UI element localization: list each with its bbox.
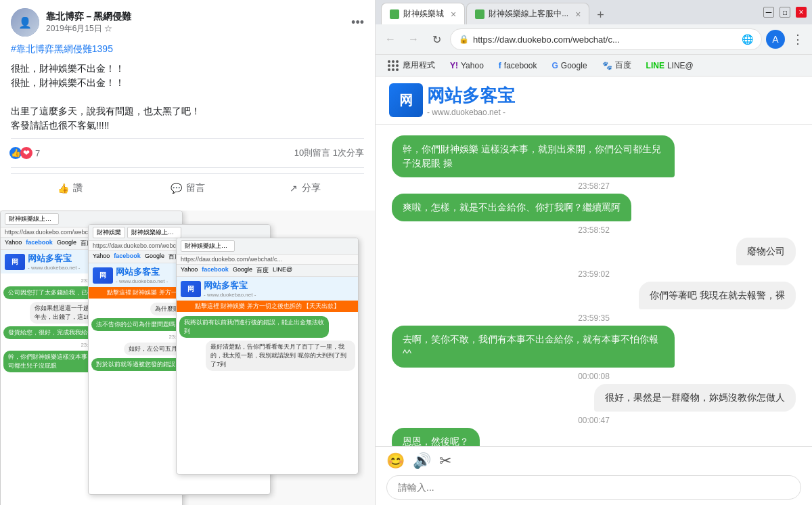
fb-action-buttons: 👍 讚 💬 留言 ↗ 分享 [11,173,364,202]
scissor-button[interactable]: ✂ [439,452,451,470]
message-row: 恩恩，然後呢？ [392,428,796,446]
like-btn-label: 讚 [73,182,83,194]
nested-browser-3: 財神娛樂線上客服中 https://daw.duokebo.com/webcha… [176,238,359,475]
message-bubble: 恩恩，然後呢？ [392,428,480,446]
tab-active[interactable]: 財神娛樂城 × [381,3,465,24]
message-bubble: 廢物公司 [736,238,796,265]
nb2-tab: 財神娛樂 [93,227,125,238]
reload-button[interactable]: ↻ [427,30,446,49]
tab-favicon-2 [475,9,484,19]
message-time: 00:00:47 [392,416,796,425]
bookmark-apps[interactable]: 應用程式 [381,58,441,74]
message-bubble: 很好，果然是一群廢物，妳媽沒教你怎做人 [594,384,796,412]
love-icon: ❤ [20,147,32,159]
fb-post: 👤 靠北博弈－黑網侵難 2019年6月15日 ☆ ••• #靠北博弈黑網侵難13… [0,0,375,211]
nb3-tab: 財神娛樂線上客服中 [181,240,235,252]
browser-tabs-bar: 財神娛樂城 × 財神娛樂線上客服中... × + [381,0,610,24]
share-button[interactable]: ↗ 分享 [246,177,364,200]
nb1-logo-icon: 网 [5,254,25,270]
tab-inactive[interactable]: 財神娛樂線上客服中... × [466,3,589,24]
nb1-tab: 財神娛樂線上客服中 [5,213,59,225]
baidu-icon: 🐾 [602,61,612,70]
bookmark-facebook[interactable]: f facebook [493,60,543,72]
message-bubble: 去啊，笑你不敢，我們有本事不出金給你，就有本事不怕你報^^ [392,326,675,368]
bookmark-yahoo[interactable]: Y! Yahoo [445,60,489,72]
fb-date: 2019年6月15日 ☆ [46,23,351,35]
reactions-count: 7 [35,148,40,158]
comments-count: 10則留言 1次分享 [294,147,364,159]
audio-button[interactable]: 🔊 [413,452,431,470]
address-url: https://daw.duokebo.com/webchat/c... [473,35,738,45]
fb-username: 靠北博弈－黑網侵難 [46,11,351,23]
nb3-site-name: 网站多客宝 - www.duokebao.net - [204,280,256,298]
message-bubble: 爽啦，怎樣，就是不出金給你、你打我啊？繼續罵阿 [392,194,631,221]
back-button[interactable]: ← [381,30,400,49]
message-row: 很好，果然是一群廢物，妳媽沒教你怎做人 [392,384,796,412]
avatar: 👤 [11,8,39,37]
tab-close-2[interactable]: × [575,9,581,20]
nb3-banner: 點擊這裡 財神娛樂 并方一切之後也拆的 【天天出款】 [177,301,358,312]
browser-menu-button[interactable]: ⋮ [789,29,807,49]
tab-close-1[interactable]: × [451,9,456,20]
message-bubble: 幹，你們財神娛樂 這樣沒本事，就別出來開，你們公司都生兒子沒屁眼 操 [392,135,675,177]
nb3-address: https://daw.duokebo.com/webchat/c... [177,255,358,265]
fb-user-info: 靠北博弈－黑網侵難 2019年6月15日 ☆ [46,11,351,35]
fb-more-button[interactable]: ••• [351,16,364,30]
facebook-icon: f [499,61,501,70]
window-minimize-btn[interactable]: ─ [763,7,774,18]
bookmark-google-label: Google [561,61,587,70]
emoji-button[interactable]: 😊 [386,452,405,470]
right-panel: 財神娛樂城 × 財神娛樂線上客服中... × + ─ □ × ← → ↻ [376,0,812,505]
comment-button[interactable]: 💬 留言 [129,177,246,200]
window-close-btn[interactable]: × [796,7,807,18]
site-header: 网 网站多客宝 - www.duokebao.net - [376,76,812,125]
new-tab-button[interactable]: + [591,5,610,24]
chat-input-area: 😊 🔊 ✂ [376,446,812,505]
left-panel: 👤 靠北博弈－黑網侵難 2019年6月15日 ☆ ••• #靠北博弈黑網侵難13… [0,0,376,505]
chat-area: 网 网站多客宝 - www.duokebao.net - 幹，你們財神娛樂 這樣… [376,76,812,505]
screenshots-area: 財神娛樂線上客服中 https://daw.duokebo.com/webcha… [0,211,375,505]
nb3-header: 財神娛樂線上客服中 [177,238,358,255]
fb-stats: 👍 ❤ 7 10則留言 1次分享 [11,144,364,162]
logo-icon: 网 [389,83,423,117]
fb-post-body: 很扯，財神娛樂不出金！！ 很扯，財神娛樂不出金！！ 出里了這麼多天，說我有問題，… [11,62,364,133]
bookmark-google[interactable]: G Google [547,60,593,72]
bookmark-baidu-label: 百度 [615,60,631,71]
window-maximize-btn[interactable]: □ [780,7,790,18]
message-row: 廢物公司 [392,238,796,265]
browser-nav-bar: ← → ↻ 🔒 https://daw.duokebo.com/webchat/… [376,24,812,54]
browser-chrome: 財神娛樂城 × 財神娛樂線上客服中... × + ─ □ × ← → ↻ [376,0,812,76]
site-logo: 网 网站多客宝 - www.duokebao.net - [389,83,515,117]
message-time: 00:00:08 [392,372,796,381]
nb2-tab2: 財神娛樂線上客服中 [127,227,181,238]
message-time: 23:58:27 [392,181,796,191]
nb1-site-name: 网站多客宝 - www.duokebao.net - [28,252,80,271]
site-name: 网站多客宝 [427,84,515,108]
bookmark-yahoo-label: Yahoo [461,61,484,70]
chat-input[interactable] [386,475,801,500]
chat-tools: 😊 🔊 ✂ [386,452,801,470]
yahoo-icon: Y! [450,61,458,70]
fb-post-header: 👤 靠北博弈－黑網侵難 2019年6月15日 ☆ ••• [11,8,364,37]
message-row: 幹，你們財神娛樂 這樣沒本事，就別出來開，你們公司都生兒子沒屁眼 操 [392,135,796,177]
address-bar[interactable]: 🔒 https://daw.duokebo.com/webchat/c... 🌐 [450,28,762,50]
bookmark-apps-label: 應用程式 [403,60,435,71]
bookmark-line[interactable]: LINE LINE@ [641,60,699,72]
like-button[interactable]: 👍 讚 [11,177,129,200]
nb3-bookmarks: Yahoo facebook Google 百度 LINE@ [177,265,358,277]
bookmark-facebook-label: facebook [504,61,537,70]
message-time: 23:59:35 [392,313,796,323]
message-time: 23:59:02 [392,269,796,279]
fb-divider [11,138,364,139]
reaction-icons: 👍 ❤ [11,147,32,159]
tab-label-1: 財神娛樂城 [403,8,444,20]
lock-icon: 🔒 [459,35,469,44]
nb2-logo-icon: 网 [93,267,113,284]
nb2-site-name: 网站多客宝 - www.duokebao.net - [116,266,168,284]
nb3-logo-icon: 网 [181,281,201,297]
profile-button[interactable]: A [766,30,785,49]
nb3-chat: 我將以前有以前我們進行後的錯誤，能止出金無法收到 最好清楚點，告你門看看每天月了… [177,312,358,375]
nested-browsers: 財神娛樂線上客服中 https://daw.duokebo.com/webcha… [0,211,375,505]
forward-button[interactable]: → [404,30,423,49]
bookmark-baidu[interactable]: 🐾 百度 [597,58,637,72]
